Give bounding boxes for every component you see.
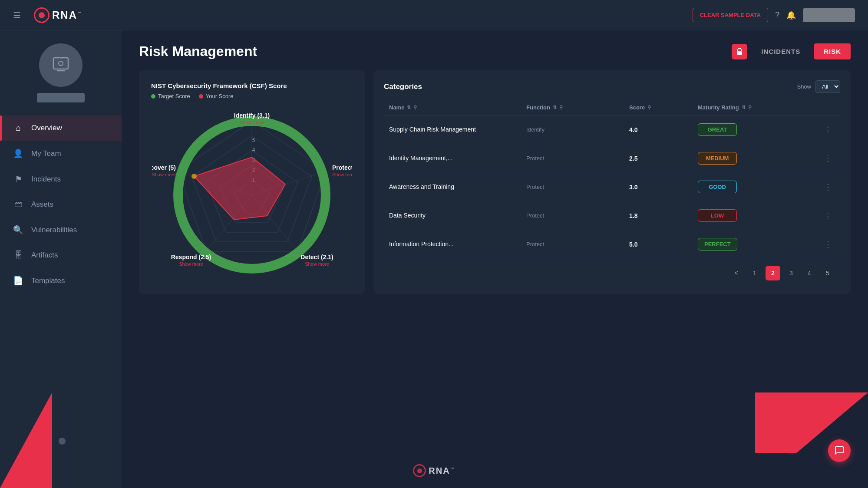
table-row: Data Security Protect 1.8 LOW ⋮	[384, 201, 840, 230]
tab-incidents[interactable]: INCIDENTS	[752, 43, 810, 59]
cell-name-1: Identity Management,...	[389, 154, 526, 163]
sidebar-label-assets: Assets	[31, 200, 53, 209]
cell-maturity-0: GREAT	[698, 123, 821, 136]
filter-name-icon[interactable]: ⚲	[413, 105, 417, 110]
scroll-indicator	[59, 438, 66, 445]
table-header: Name ⇅ ⚲ Function ⇅ ⚲ Score ⚲ Maturity	[384, 100, 840, 115]
table-body: Supply Chain Risk Management Identify 4.…	[384, 115, 840, 259]
page-btn-3[interactable]: 3	[784, 266, 799, 280]
cell-maturity-1: MEDIUM	[698, 152, 821, 165]
categories-header: Categories Show All	[384, 80, 840, 93]
sort-maturity-icon[interactable]: ⇅	[742, 105, 746, 110]
table-row: Supply Chain Risk Management Identify 4.…	[384, 115, 840, 144]
topbar-right: CLEAR SAMPLE DATA ? 🔔	[693, 8, 855, 22]
row-menu-2[interactable]: ⋮	[821, 182, 835, 192]
cell-score-1: 2.5	[629, 155, 698, 162]
page-btn-1[interactable]: 1	[747, 266, 762, 280]
th-maturity: Maturity Rating ⇅ ⚲	[698, 104, 821, 111]
svg-text:Identify (3.1): Identify (3.1)	[234, 112, 270, 119]
lock-icon-button[interactable]	[732, 44, 747, 59]
chat-button[interactable]	[828, 439, 851, 462]
sidebar-item-artifacts[interactable]: 🗄 Artifacts	[0, 243, 122, 268]
maturity-badge-1: MEDIUM	[698, 152, 737, 165]
logo-text: RNA™	[52, 9, 83, 21]
svg-text:Show more: Show more	[305, 261, 329, 267]
svg-text:Recover (5): Recover (5)	[152, 164, 176, 171]
page-btn-5[interactable]: 5	[820, 266, 835, 280]
sidebar-item-templates[interactable]: 📄 Templates	[0, 268, 122, 293]
logo: RNA™	[34, 7, 83, 23]
page-header: Risk Management INCIDENTS RISK	[139, 43, 851, 59]
user-avatar-bar[interactable]	[803, 8, 855, 22]
pagination-prev[interactable]: <	[729, 266, 744, 280]
sort-function-icon[interactable]: ⇅	[553, 105, 557, 110]
chart-title: NIST Cybersecurity Framework (CSF) Score	[151, 82, 353, 89]
page-title: Risk Management	[139, 43, 257, 59]
sidebar: ⌂ Overview 👤 My Team ⚑ Incidents 🗃 Asset…	[0, 30, 122, 488]
svg-point-2	[59, 61, 63, 66]
row-menu-1[interactable]: ⋮	[821, 154, 835, 163]
legend-dot-red	[199, 94, 203, 99]
categories-title: Categories	[384, 82, 422, 91]
sidebar-label-my-team: My Team	[31, 149, 61, 158]
hamburger-menu[interactable]: ☰	[13, 10, 21, 20]
show-select[interactable]: All	[815, 80, 840, 93]
radar-container: 1 2 3 4 5	[151, 108, 353, 282]
svg-text:Show more: Show more	[152, 172, 176, 177]
maturity-badge-3: LOW	[698, 209, 737, 222]
svg-point-21	[191, 174, 197, 179]
legend-your: Your Score	[199, 93, 234, 99]
cell-maturity-2: GOOD	[698, 181, 821, 193]
row-menu-4[interactable]: ⋮	[821, 240, 835, 249]
svg-rect-3	[737, 51, 742, 55]
filter-function-icon[interactable]: ⚲	[559, 105, 563, 110]
maturity-badge-0: GREAT	[698, 123, 737, 136]
filter-maturity-icon[interactable]: ⚲	[748, 105, 752, 110]
header-right: INCIDENTS RISK	[732, 43, 851, 59]
cell-maturity-4: PERFECT	[698, 238, 821, 251]
tab-risk[interactable]: RISK	[814, 43, 851, 59]
sort-name-icon[interactable]: ⇅	[407, 105, 411, 110]
legend-dot-green	[151, 94, 155, 99]
radar-svg: 1 2 3 4 5	[152, 108, 352, 282]
page-btn-2[interactable]: 2	[766, 266, 780, 280]
person-icon: 👤	[13, 148, 23, 158]
svg-rect-0	[53, 58, 68, 69]
cell-name-2: Awareness and Training	[389, 183, 526, 191]
row-menu-3[interactable]: ⋮	[821, 211, 835, 221]
logo-circle-inner	[39, 12, 45, 18]
flag-icon: ⚑	[13, 174, 23, 184]
table-row: Information Protection... Protect 5.0 PE…	[384, 230, 840, 259]
bell-icon[interactable]: 🔔	[786, 10, 796, 20]
svg-text:5: 5	[252, 137, 255, 143]
sidebar-item-vulnerabilities[interactable]: 🔍 Vulnerabilities	[0, 217, 122, 243]
cell-score-0: 4.0	[629, 126, 698, 133]
cell-name-0: Supply Chain Risk Management	[389, 125, 526, 134]
show-filter: Show All	[797, 80, 840, 93]
svg-text:Show more: Show more	[179, 261, 203, 267]
decoration-triangle-left	[0, 392, 52, 488]
magnify-icon: 🔍	[13, 225, 23, 235]
sidebar-label-artifacts: Artifacts	[31, 251, 58, 260]
filter-score-icon[interactable]: ⚲	[647, 105, 651, 110]
legend-target: Target Score	[151, 93, 190, 99]
categories-panel: Categories Show All Name ⇅ ⚲	[373, 70, 851, 294]
sidebar-item-my-team[interactable]: 👤 My Team	[0, 141, 122, 166]
cell-score-2: 3.0	[629, 184, 698, 191]
help-icon[interactable]: ?	[775, 10, 779, 20]
row-menu-0[interactable]: ⋮	[821, 125, 835, 135]
cell-name-4: Information Protection...	[389, 240, 526, 249]
cell-name-3: Data Security	[389, 211, 526, 220]
maturity-badge-2: GOOD	[698, 181, 737, 193]
sidebar-item-assets[interactable]: 🗃 Assets	[0, 192, 122, 217]
radar-chart-panel: NIST Cybersecurity Framework (CSF) Score…	[139, 70, 365, 294]
clear-sample-button[interactable]: CLEAR SAMPLE DATA	[693, 8, 768, 22]
page-btn-4[interactable]: 4	[802, 266, 817, 280]
th-score: Score ⚲	[629, 104, 698, 111]
cell-score-4: 5.0	[629, 241, 698, 248]
th-name: Name ⇅ ⚲	[389, 104, 526, 111]
sidebar-item-incidents[interactable]: ⚑ Incidents	[0, 166, 122, 192]
svg-text:Show more: Show more	[240, 120, 264, 125]
cell-function-2: Protect	[526, 184, 629, 190]
sidebar-item-overview[interactable]: ⌂ Overview	[0, 115, 122, 141]
